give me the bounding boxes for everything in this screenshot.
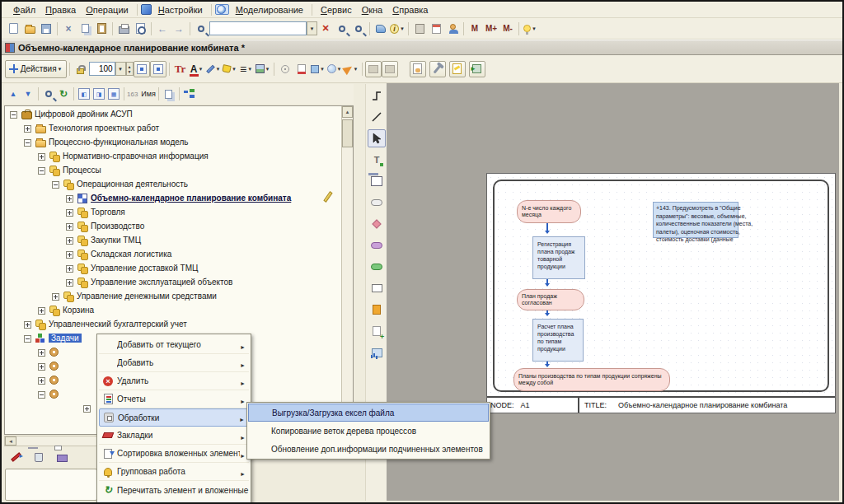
menu-item-add-from-current[interactable]: Добавить от текущего	[99, 336, 249, 354]
undo-button[interactable]	[373, 21, 389, 37]
menu-item-delete[interactable]: ×Удалить	[99, 372, 249, 390]
open-button[interactable]	[21, 21, 38, 37]
collapse-expander-icon[interactable]	[52, 181, 59, 189]
expand-expander-icon[interactable]	[38, 153, 45, 161]
memory-plus-button[interactable]: М+	[483, 21, 499, 37]
calculator-button[interactable]	[411, 21, 428, 37]
diagram-page[interactable]: N-е число каждого месяца Регистрация пла…	[486, 173, 836, 413]
text-tool-button[interactable]: Т	[368, 151, 386, 169]
marker-button[interactable]	[7, 449, 25, 465]
contacts-button[interactable]	[444, 21, 461, 37]
menu-help[interactable]: Справка	[387, 3, 433, 16]
tree-item[interactable]: Управление денежными средствами	[5, 291, 340, 304]
tree-item[interactable]: Технология проектных работ	[5, 123, 340, 136]
menu-settings[interactable]: Настройки	[153, 3, 208, 16]
lock-button[interactable]	[73, 61, 89, 77]
menu-service[interactable]: Сервис	[316, 3, 357, 16]
menu-item-reports[interactable]: Отчеты	[99, 390, 249, 408]
search-button[interactable]	[193, 21, 209, 37]
decision-tool-button[interactable]	[368, 215, 386, 233]
connector-tool-button[interactable]	[368, 86, 386, 105]
rotate-button[interactable]: ▼	[343, 61, 359, 77]
fit-page-button[interactable]	[134, 61, 150, 77]
tree-item-current[interactable]: Объемно-календарное планирование комбина…	[5, 193, 340, 206]
rectangle-tool-button[interactable]	[368, 279, 386, 297]
print-preview-button[interactable]	[132, 21, 148, 37]
scrollbar-thumb[interactable]	[342, 119, 353, 147]
tree-item[interactable]: Торговля	[5, 207, 340, 220]
fill-color-button[interactable]: ▼	[222, 61, 238, 77]
menu-item-bookmarks[interactable]: Закладки	[99, 427, 249, 445]
new-button[interactable]	[5, 21, 21, 37]
submenu-item-update-info[interactable]: Обновление доп.информации подчиненных эл…	[248, 440, 489, 458]
tree-item[interactable]: Складская логистика	[5, 249, 340, 262]
menu-windows[interactable]: Окна	[357, 3, 388, 16]
scroll-left-icon[interactable]: ◄	[5, 436, 16, 446]
expand-expander-icon[interactable]	[52, 293, 59, 301]
find-previous-button[interactable]	[350, 21, 367, 37]
copy-branch-button[interactable]	[162, 86, 176, 101]
note-text[interactable]: +143. Предусмотреть в "Общие параметры":…	[656, 204, 753, 244]
cut-button[interactable]: ×	[60, 21, 77, 37]
rounded-shape-tool-button[interactable]	[368, 194, 386, 212]
picture-button[interactable]: ▼	[255, 61, 271, 77]
event-node-result[interactable]: Планы производства по типам продукции со…	[513, 368, 670, 391]
tree-item[interactable]: Процессно-функциональная модель	[5, 137, 340, 150]
collapse-expander-icon[interactable]	[24, 335, 31, 343]
expand-expander-icon[interactable]	[83, 405, 91, 413]
group-button[interactable]	[365, 61, 382, 77]
expand-expander-icon[interactable]	[66, 279, 73, 287]
search-dropdown-button[interactable]: ▼	[307, 21, 317, 35]
line-style-button[interactable]: ▼	[238, 61, 255, 77]
new-page-tool-button[interactable]	[368, 322, 386, 340]
tree-item[interactable]: Операционная деятельность	[5, 179, 340, 192]
tree-item[interactable]: Процессы	[5, 165, 340, 178]
info-button[interactable]: i▼	[389, 21, 406, 37]
line-color-button[interactable]: ▼	[205, 61, 222, 77]
expand-expander-icon[interactable]	[66, 209, 73, 217]
collapse-expander-icon[interactable]	[10, 111, 17, 119]
expand-expander-icon[interactable]	[66, 195, 73, 203]
zoom-input[interactable]	[89, 62, 115, 76]
menu-item-sort[interactable]: Сортировка вложенных элементов	[99, 445, 249, 463]
expand-expander-icon[interactable]	[24, 321, 31, 329]
menu-item-processing[interactable]: Обработки	[99, 408, 249, 427]
ungroup-button[interactable]	[382, 61, 398, 77]
collapse-expander-icon[interactable]	[38, 167, 45, 175]
submenu-item-copy-branches[interactable]: Копирование веток дерева процессов	[248, 422, 489, 440]
tree-levels-button[interactable]: ▦	[106, 86, 121, 101]
zoom-dropdown-button[interactable]: ▼	[115, 62, 126, 76]
font-color-button[interactable]: А▼	[189, 61, 205, 77]
tools-button[interactable]	[429, 61, 446, 77]
check-button[interactable]	[410, 61, 426, 77]
event-tool-button[interactable]	[368, 236, 386, 254]
expand-expander-icon[interactable]	[66, 223, 73, 231]
tree-item[interactable]: Производство	[5, 221, 340, 234]
menu-edit[interactable]: Правка	[40, 3, 81, 16]
tree-vertical-scrollbar[interactable]: ▲ ▼	[341, 106, 353, 434]
expand-expander-icon[interactable]	[38, 349, 45, 357]
tree-refresh-button[interactable]: ↻	[56, 86, 71, 101]
submenu-item-excel[interactable]: Выгрузка/Загрузка ексел файла	[248, 404, 489, 422]
save-button[interactable]	[38, 21, 54, 37]
expand-all-button[interactable]: ◨	[91, 86, 106, 101]
move-up-button[interactable]: ▲	[6, 86, 21, 101]
print-button[interactable]	[115, 21, 132, 37]
menu-item-group-work[interactable]: Групповая работа	[99, 463, 249, 481]
edit-note-button[interactable]	[449, 61, 466, 77]
tips-button[interactable]: ▼	[522, 21, 538, 37]
shape-3d-button[interactable]: ▼	[310, 61, 326, 77]
subprocess-tool-button[interactable]	[368, 172, 386, 190]
forward-button[interactable]: →	[171, 21, 187, 37]
search-input[interactable]	[209, 21, 307, 35]
scroll-up-icon[interactable]: ▲	[342, 106, 353, 118]
action-node-calculation[interactable]: Расчет плана производства по типам проду…	[532, 319, 584, 362]
menu-operations[interactable]: Операции	[81, 3, 133, 16]
menu-modeling[interactable]: Моделирование	[231, 3, 308, 16]
tree-item[interactable]: Управленческий бухгалтерский учет	[5, 319, 340, 332]
clear-search-button[interactable]: ✕	[317, 21, 334, 37]
expand-expander-icon[interactable]	[66, 265, 73, 273]
find-next-button[interactable]	[334, 21, 350, 37]
line-tool-button[interactable]	[368, 108, 386, 126]
event-node-agreed[interactable]: План продаж согласован	[517, 289, 584, 310]
